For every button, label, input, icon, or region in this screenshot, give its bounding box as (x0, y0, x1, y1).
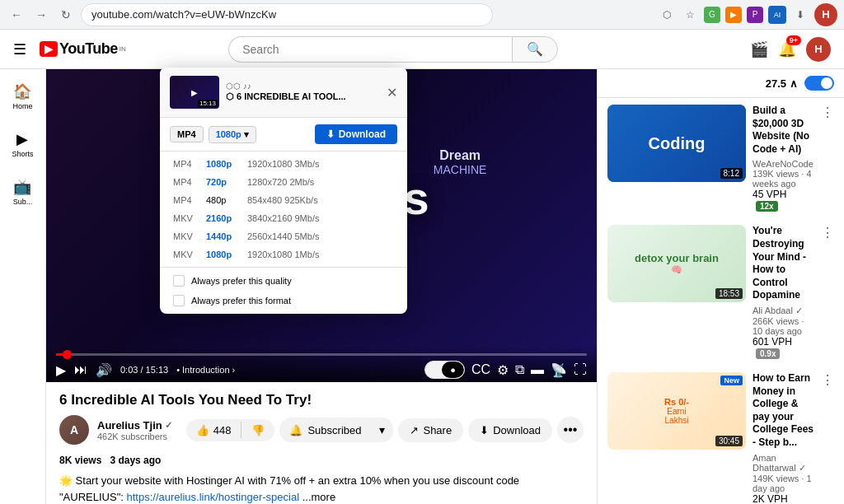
like-icon: 👍 (196, 424, 209, 436)
notification-count: 9+ (786, 35, 801, 45)
vph-badge-2: 0.9x (756, 348, 780, 359)
channel-avatar[interactable]: A (59, 415, 89, 445)
vph-badge-1: 12x (756, 201, 778, 212)
format-option-1[interactable]: MP4 720p 1280x720 2Mb/s (160, 173, 407, 191)
subtitles-button[interactable]: CC (471, 362, 490, 377)
more-options-3[interactable]: ⋮ (821, 372, 834, 504)
autoplay-toggle[interactable] (804, 76, 834, 91)
share-button[interactable]: ↗ Share (398, 418, 463, 442)
playback-toggle[interactable]: ● (424, 361, 465, 379)
toggle-off[interactable] (425, 362, 442, 378)
format-option-4[interactable]: MKV 1440p 2560x1440 5Mb/s (160, 227, 407, 245)
cast-button[interactable]: 📡 (551, 362, 567, 378)
download-manager-icon[interactable]: ⬇ (791, 6, 809, 24)
ext-green-icon[interactable]: G (704, 7, 720, 23)
quality-select[interactable]: 1080p ▾ (209, 126, 256, 143)
channel-row: A Aurelius Tjin ✓ 462K subscribers 👍 448 (59, 415, 584, 445)
volume-button[interactable]: 🔊 (96, 362, 112, 378)
download-popup-button[interactable]: ⬇ Download (315, 124, 397, 144)
format-option-5[interactable]: MKV 1080p 1920x1080 1Mb/s (160, 245, 407, 264)
more-options-1[interactable]: ⋮ (821, 105, 834, 212)
video-controls: ▶ ⏭ 🔊 0:03 / 15:13 • Introduction › ● (46, 347, 597, 382)
like-button[interactable]: 👍 448 (186, 419, 241, 441)
format-option-2[interactable]: MP4 480p 854x480 925Kb/s (160, 191, 407, 209)
format-tag[interactable]: MP4 (170, 126, 204, 142)
desc-link[interactable]: https://aurelius.link/hostinger-special (126, 491, 299, 503)
popup-thumb-time: 15:13 (198, 100, 218, 107)
dream-machine-overlay: Dream MACHINE (434, 147, 487, 177)
ext-purple-icon[interactable]: P (747, 7, 763, 23)
user-avatar[interactable]: H (806, 37, 831, 62)
related-thumb-2: detox your brain 🧠 18:53 (607, 225, 746, 302)
subscribe-button[interactable]: 🔔 Subscribed (279, 418, 371, 442)
format-option-0[interactable]: MP4 1080p 1920x1080 3Mb/s (160, 155, 407, 173)
popup-close-button[interactable]: ✕ (387, 85, 397, 100)
play-button[interactable]: ▶ (56, 362, 66, 378)
video-meta: 8K views 3 days ago (46, 448, 597, 473)
related-video-2[interactable]: detox your brain 🧠 18:53 You're Destroyi… (598, 218, 844, 366)
star-icon[interactable]: ☆ (681, 6, 699, 24)
youtube-main: 🏠 Home ▶ Shorts 📺 Sub... 🌟 6 AI Tools (0, 69, 844, 504)
settings-button[interactable]: ⚙ (497, 362, 509, 378)
url-text: youtube.com/watch?v=eUW-bWnzcKw (91, 8, 276, 21)
back-button[interactable]: ← (7, 5, 26, 25)
more-options-2[interactable]: ⋮ (821, 225, 834, 359)
youtube-header: ☰ ▶ YouTubeIN 🔍 🎬 🔔 9+ H (0, 30, 844, 69)
sidebar-label-shorts: Shorts (12, 150, 33, 158)
related-views-2: 266K views · 10 days ago (753, 316, 814, 336)
ext-orange-icon[interactable]: ▶ (725, 7, 742, 23)
related-views-3: 149K views · 1 day ago (753, 474, 814, 493)
miniplayer-button[interactable]: ⧉ (515, 362, 524, 377)
bell-small-icon: 🔔 (289, 424, 302, 436)
search-button[interactable]: 🔍 (512, 36, 558, 63)
pref-row-1[interactable]: Always prefer this format (160, 291, 407, 310)
channel-name: Aurelius Tjin ✓ (97, 419, 172, 432)
popup-title-area: ⬡⬡ ♪♪ ⬡ 6 INCREDIBLE AI TOOL... (226, 82, 380, 102)
pref-checkbox-1[interactable] (173, 295, 185, 306)
download-button[interactable]: ⬇ Download (468, 418, 552, 442)
vph-row-2: 601 VPH 0.9x (753, 336, 814, 359)
related-video-3[interactable]: Rs 0/- EarniLakhsi 30:45 New How to Earn… (598, 366, 844, 504)
browser-toolbar: ⬡ ☆ G ▶ P AI ⬇ H (658, 3, 837, 26)
forward-button[interactable]: → (31, 5, 51, 25)
menu-icon[interactable]: ☰ (13, 40, 26, 58)
channel-info: Aurelius Tjin ✓ 462K subscribers (97, 419, 172, 441)
pref-row-0[interactable]: Always prefer this quality (160, 271, 407, 291)
subscribe-dropdown[interactable]: ▾ (371, 418, 393, 442)
address-bar[interactable]: youtube.com/watch?v=eUW-bWnzcKw (81, 3, 493, 26)
sidebar-item-shorts[interactable]: ▶ Shorts (8, 127, 36, 161)
create-icon[interactable]: 🎬 (750, 40, 768, 58)
related-channel-1: WeAreNoCode (753, 159, 814, 169)
duration-2: 18:53 (715, 288, 743, 299)
pref-checkbox-0[interactable] (173, 275, 185, 287)
progress-bar[interactable] (56, 353, 587, 356)
popup-thumb-text: ▶ (190, 86, 199, 99)
right-controls: ● CC ⚙ ⧉ ▬ 📡 ⛶ (424, 361, 587, 379)
youtube-logo-text: YouTube (59, 40, 118, 58)
search-input[interactable] (228, 36, 512, 63)
action-buttons: 👍 448 👎 🔔 Subscribed (186, 417, 584, 443)
browser-chrome: ← → ↻ youtube.com/watch?v=eUW-bWnzcKw ⬡ … (0, 0, 844, 30)
sidebar-item-subscriptions[interactable]: 📺 Sub... (10, 175, 36, 209)
earn-content: Rs 0/- EarniLakhsi (664, 397, 689, 425)
more-options-button[interactable]: ••• (557, 417, 584, 443)
notification-bell[interactable]: 🔔 9+ (778, 40, 796, 58)
related-thumb-3: Rs 0/- EarniLakhsi 30:45 New (607, 372, 746, 450)
ext-blue-icon[interactable]: AI (768, 6, 786, 24)
toggle-on[interactable]: ● (442, 362, 464, 378)
dislike-button[interactable]: 👎 (241, 419, 274, 441)
related-channel-2: Ali Abdaal ✓ (753, 306, 814, 316)
autoplay-count: 27.5 (766, 77, 786, 90)
video-title: 6 Incredible AI Tools You Need To Try! (59, 392, 584, 408)
theater-button[interactable]: ▬ (531, 362, 544, 377)
extensions-icon[interactable]: ⬡ (658, 6, 676, 24)
format-option-3[interactable]: MKV 2160p 3840x2160 9Mb/s (160, 209, 407, 227)
next-button[interactable]: ⏭ (74, 362, 87, 377)
browser-profile[interactable]: H (814, 3, 837, 26)
subscribe-group: 🔔 Subscribed ▾ (279, 418, 393, 442)
sidebar-item-home[interactable]: 🏠 Home (9, 79, 35, 114)
reload-button[interactable]: ↻ (56, 5, 76, 25)
youtube-logo[interactable]: ▶ YouTubeIN (40, 40, 126, 58)
fullscreen-button[interactable]: ⛶ (574, 362, 587, 377)
related-video-1[interactable]: Coding 8:12 Build a $20,000 3D Website (… (598, 98, 844, 218)
